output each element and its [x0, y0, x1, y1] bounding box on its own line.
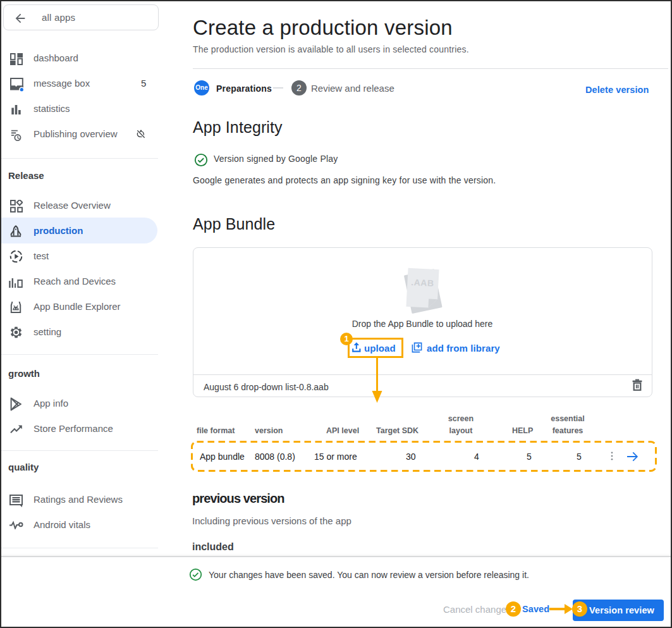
svg-text:.AAB: .AAB [411, 277, 434, 288]
